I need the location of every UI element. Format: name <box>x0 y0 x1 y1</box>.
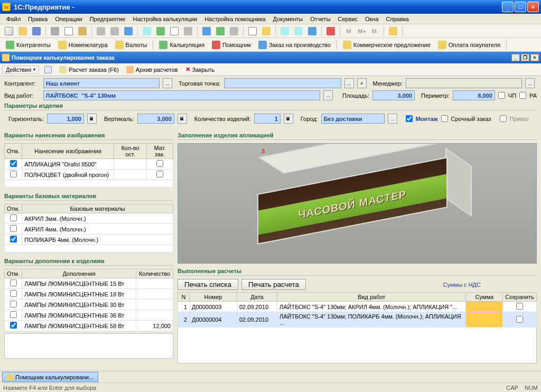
mount-checkbox[interactable] <box>406 115 413 122</box>
row-checkbox[interactable] <box>10 214 17 221</box>
close-button[interactable]: ✕Закрыть <box>183 66 217 73</box>
print-calc-button[interactable]: Печать расчета <box>241 279 306 290</box>
bm-helper[interactable]: Помощник <box>209 40 254 50</box>
tb-btn8[interactable] <box>247 26 258 36</box>
tb-btn12[interactable] <box>306 26 318 36</box>
menu-operations[interactable]: Операции <box>52 15 85 23</box>
task-tab[interactable]: Помощник калькулировани... <box>2 372 98 382</box>
work-input[interactable] <box>43 90 321 100</box>
menu-documents[interactable]: Документы <box>270 15 306 23</box>
bm-calculation[interactable]: Калькуляция <box>156 40 207 50</box>
help-button[interactable] <box>42 66 54 74</box>
img-variants-table[interactable]: Отм. Нанесение изображения Кол-во ост. М… <box>4 143 173 188</box>
menu-windows[interactable]: Окна <box>362 15 382 23</box>
row-mat-checkbox[interactable] <box>156 171 163 178</box>
table-row[interactable]: ЛАМПЫ ЛЮМИНИСЦЕНТНЫЕ 30 Вт <box>5 300 173 310</box>
tb-btn13[interactable] <box>325 26 337 36</box>
tb-paste[interactable] <box>77 26 88 36</box>
work-pick[interactable]: … <box>323 90 333 100</box>
tb-undo[interactable] <box>95 26 107 36</box>
table-row[interactable]: АКРИЛ 3мм. (Молочн.) <box>5 213 173 224</box>
menu-helper-settings[interactable]: Настройка помощника <box>201 15 268 23</box>
menu-edit[interactable]: Правка <box>25 15 51 23</box>
row-checkbox[interactable] <box>10 322 17 329</box>
tb-mminus[interactable]: M- <box>370 26 380 36</box>
urgent-checkbox[interactable] <box>441 115 448 122</box>
additions-table[interactable]: Отм. Дополнения Количество ЛАМПЫ ЛЮМИНИС… <box>4 269 173 331</box>
calc-table[interactable]: N Номер Дата Вид работ Сумма Сохранить 1… <box>178 292 537 328</box>
qty-input[interactable] <box>254 114 281 124</box>
table-row[interactable]: ЛАМПЫ ЛЮМИНИСЦЕНТНЫЕ 18 Вт <box>5 289 173 300</box>
child-restore[interactable]: ❐ <box>521 54 529 61</box>
tb-btn7[interactable] <box>228 26 240 36</box>
city-input[interactable] <box>321 114 385 124</box>
base-materials-table[interactable]: Отм. Базовые материалы АКРИЛ 3мм. (Молоч… <box>4 204 173 253</box>
calc-order-button[interactable]: Расчет заказа (F6) <box>57 66 121 74</box>
point-input[interactable] <box>224 78 341 88</box>
row-mat-checkbox[interactable] <box>156 160 163 167</box>
window-minimize-button[interactable]: _ <box>502 2 514 12</box>
row-checkbox[interactable] <box>10 236 17 242</box>
menu-reports[interactable]: Отчеты <box>307 15 333 23</box>
city-pick[interactable]: … <box>388 114 397 124</box>
horiz-input[interactable] <box>47 114 84 124</box>
tb-cut[interactable] <box>49 26 61 36</box>
child-close[interactable]: × <box>530 54 539 61</box>
horiz-calc[interactable]: 🖩 <box>87 114 97 124</box>
bm-order[interactable]: Заказ на производство <box>256 40 333 50</box>
tb-find[interactable] <box>123 26 134 36</box>
tb-open[interactable] <box>17 26 29 36</box>
tb-redo[interactable] <box>109 26 120 36</box>
table-row[interactable]: ПОЛИКАРБ 4мм. (Молочн.) <box>5 235 173 245</box>
chp-checkbox[interactable] <box>498 92 505 99</box>
table-row[interactable]: ЛАМПЫ ЛЮМИНИСЦЕНТНЫЕ 36 Вт <box>5 310 173 321</box>
row-checkbox[interactable] <box>10 311 17 318</box>
row-checkbox[interactable] <box>10 171 17 178</box>
actions-dropdown[interactable]: Действия <box>2 66 39 74</box>
point-pick[interactable]: … <box>344 78 354 88</box>
point-clear[interactable]: × <box>357 78 367 88</box>
area-input[interactable] <box>372 90 415 100</box>
tb-btn1[interactable] <box>141 26 153 36</box>
counterparty-pick[interactable]: … <box>163 78 172 88</box>
archive-button[interactable]: Архив расчетов <box>124 66 180 74</box>
tb-btn2[interactable] <box>155 26 166 36</box>
bm-payment[interactable]: Оплата покупателя <box>435 40 503 50</box>
table-row[interactable]: ПОЛНОЦВЕТ (двойной прогон) <box>5 170 173 180</box>
qty-calc[interactable]: 🖩 <box>284 114 293 124</box>
bm-currency[interactable]: Валюты <box>113 40 150 50</box>
menu-file[interactable]: Файл <box>3 15 24 23</box>
row-save-checkbox[interactable] <box>516 316 523 323</box>
row-checkbox[interactable] <box>10 279 17 286</box>
tb-btn14[interactable] <box>387 26 399 36</box>
menu-calc-settings[interactable]: Настройка калькуляции <box>129 15 200 23</box>
tb-btn3[interactable] <box>169 26 180 36</box>
ra-checkbox[interactable] <box>519 92 526 99</box>
tb-m[interactable]: M <box>343 26 354 36</box>
window-maximize-button[interactable]: □ <box>515 2 526 12</box>
tb-btn6[interactable] <box>214 26 226 36</box>
row-checkbox[interactable] <box>10 301 17 307</box>
table-row[interactable]: ЛАМПЫ ЛЮМИНИСЦЕНТНЫЕ 58 Вт12,000 <box>5 321 173 331</box>
tb-copy[interactable] <box>63 26 74 36</box>
row-checkbox[interactable] <box>10 290 17 297</box>
print-list-button[interactable]: Печать списка <box>178 279 238 290</box>
tb-save[interactable] <box>31 26 42 36</box>
table-row[interactable]: АКРИЛ 4мм. (Молочн.) <box>5 224 173 235</box>
tb-new[interactable] <box>3 26 15 36</box>
tb-btn10[interactable] <box>279 26 291 36</box>
bm-offer[interactable]: Коммерческое предложение <box>340 40 433 50</box>
manager-pick[interactable]: … <box>525 78 535 88</box>
vert-calc[interactable]: 🖩 <box>178 114 187 124</box>
window-close-button[interactable]: × <box>527 2 539 12</box>
table-row[interactable]: ЛАМПЫ ЛЮМИНИСЦЕНТНЫЕ 15 Вт <box>5 278 173 289</box>
menu-help[interactable]: Справка <box>383 15 412 23</box>
row-checkbox[interactable] <box>10 160 17 167</box>
counterparty-input[interactable] <box>43 78 160 88</box>
tb-btn9[interactable] <box>260 26 272 36</box>
table-row[interactable]: 1 Д00000003 02.09.2010 ЛАЙТБОКС "S-4" 13… <box>178 302 537 312</box>
tb-btn5[interactable] <box>201 26 212 36</box>
bm-nomenclature[interactable]: Номенклатура <box>55 40 110 50</box>
row-save-checkbox[interactable] <box>516 303 523 310</box>
menu-enterprise[interactable]: Предприятие <box>87 15 129 23</box>
